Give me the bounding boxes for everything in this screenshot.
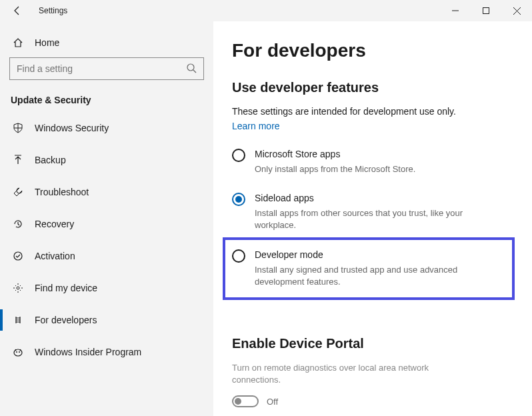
radio-desc: Only install apps from the Microsoft Sto… [255,163,415,175]
highlight-box: Developer mode Install any signed and tr… [223,237,515,300]
developer-features-radiogroup: Microsoft Store apps Only install apps f… [232,147,505,317]
sidebar-item-find-my-device[interactable]: Find my device [9,272,204,304]
sidebar-item-label: Windows Insider Program [35,347,141,357]
radio-option-store-apps[interactable]: Microsoft Store apps Only install apps f… [232,147,505,177]
radio-option-sideload[interactable]: Sideload apps Install apps from other so… [232,191,505,233]
svg-point-5 [17,287,19,289]
sidebar-item-recovery[interactable]: Recovery [9,208,204,240]
radio-option-developer-mode[interactable]: Developer mode Install any signed and tr… [232,248,505,289]
find-device-icon [12,283,24,293]
radio-button[interactable] [232,193,245,206]
developers-icon [12,315,24,325]
recovery-icon [12,219,24,229]
radio-button[interactable] [232,249,245,263]
maximize-button[interactable] [471,0,501,21]
sidebar-item-for-developers[interactable]: For developers [9,304,204,336]
sidebar-item-windows-security[interactable]: Windows Security [9,112,204,144]
wrench-icon [12,187,24,197]
section-heading: Enable Device Portal [232,336,505,351]
sidebar-item-label: Troubleshoot [35,187,89,197]
learn-more-link[interactable]: Learn more [232,121,280,131]
backup-icon [12,155,24,165]
section-heading: Use developer features [232,80,505,95]
sidebar-item-label: Backup [35,155,66,165]
sidebar-item-label: For developers [35,315,97,325]
section-desc: These settings are intended for developm… [232,106,505,117]
sidebar-item-insider-program[interactable]: Windows Insider Program [9,336,204,368]
svg-line-3 [193,70,196,73]
svg-point-8 [19,351,20,353]
page-title: For developers [232,40,505,61]
search-icon [186,63,197,75]
sidebar-home[interactable]: Home [9,31,204,57]
home-icon [12,37,24,48]
svg-point-2 [187,64,194,71]
sidebar: Home Update & Security Windows Security … [0,21,213,416]
sidebar-item-label: Recovery [35,219,74,229]
insider-icon [12,347,24,357]
radio-title: Sideload apps [255,193,481,203]
radio-desc: Install any signed and trusted app and u… [255,264,481,288]
sidebar-item-label: Activation [35,251,75,261]
titlebar: Settings [0,0,532,21]
radio-title: Developer mode [255,249,481,260]
sidebar-item-backup[interactable]: Backup [9,144,204,176]
section-desc: Turn on remote diagnostics over local ar… [232,362,459,386]
svg-point-6 [14,349,22,356]
radio-desc: Install apps from other sources that you… [255,207,481,231]
device-portal-toggle[interactable] [232,395,259,407]
search-input[interactable] [17,63,186,74]
toggle-label: Off [267,397,278,407]
activation-icon [12,251,24,261]
svg-point-7 [16,351,17,353]
sidebar-section-header: Update & Security [11,95,204,105]
sidebar-home-label: Home [35,37,59,48]
svg-rect-1 [483,8,489,14]
svg-point-4 [14,252,22,260]
window-title: Settings [39,6,67,15]
minimize-button[interactable] [440,0,471,21]
sidebar-navlist: Windows Security Backup Troubleshoot Rec… [9,112,204,368]
back-button[interactable] [12,5,23,16]
device-portal-section: Enable Device Portal Turn on remote diag… [232,336,505,407]
sidebar-item-activation[interactable]: Activation [9,240,204,272]
sidebar-item-troubleshoot[interactable]: Troubleshoot [9,176,204,208]
main-content: For developers Use developer features Th… [213,21,532,416]
sidebar-item-label: Find my device [35,283,97,293]
close-button[interactable] [501,0,532,21]
sidebar-item-label: Windows Security [35,123,109,133]
shield-icon [12,123,24,133]
radio-button[interactable] [232,149,245,162]
radio-title: Microsoft Store apps [255,149,415,159]
search-box[interactable] [9,57,204,80]
